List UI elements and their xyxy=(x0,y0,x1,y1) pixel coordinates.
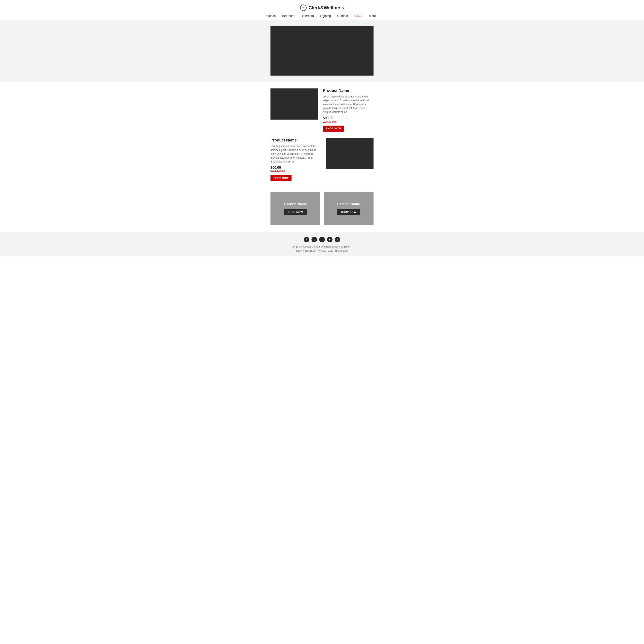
facebook-icon[interactable]: f xyxy=(304,237,309,242)
product-description-2: Lorem ipsum dolor sit amet, consectetur … xyxy=(270,144,321,164)
youtube-icon[interactable]: ▶ xyxy=(327,237,333,242)
header: Clerk&Wellness Kitchen Bedroom Bathroom … xyxy=(0,0,644,20)
nav-item-sale[interactable]: SALE xyxy=(354,14,362,18)
main-nav: Kitchen Bedroom Bathroom Lighting Outdoo… xyxy=(266,14,378,18)
twitter-icon[interactable]: t xyxy=(335,237,340,242)
product-description-1: Lorem ipsum dolor sit amet, consectetur … xyxy=(323,95,374,114)
product-was-price-2: WAS $00.00 xyxy=(270,170,321,173)
product-price-2: $00.00 xyxy=(270,166,321,170)
product-row-1: Product Name Lorem ipsum dolor sit amet,… xyxy=(270,88,374,132)
product-name-2: Product Name xyxy=(270,138,321,143)
privacy-link[interactable]: Privacy Policy xyxy=(318,250,333,252)
terms-link[interactable]: Terms & Conditions xyxy=(296,250,316,252)
nav-item-bathroom[interactable]: Bathroom xyxy=(301,14,314,18)
product-was-price-1: WAS $00.00 xyxy=(323,120,374,123)
logo-area: Clerk&Wellness xyxy=(300,4,344,11)
product-name-1: Product Name xyxy=(323,88,374,93)
nav-item-kitchen[interactable]: Kitchen xyxy=(266,14,276,18)
product-info-1: Product Name Lorem ipsum dolor sit amet,… xyxy=(323,88,374,132)
nav-item-bedroom[interactable]: Bedroom xyxy=(282,14,294,18)
section-card-1: Section Name SHOP NOW xyxy=(270,192,320,225)
product-image-1 xyxy=(270,88,318,120)
section-card-name-1: Section Name xyxy=(284,202,307,206)
hero-image xyxy=(270,26,374,76)
logo-text: Clerk&Wellness xyxy=(308,5,344,11)
logo-icon xyxy=(300,4,307,11)
unsubscribe-link[interactable]: Unsubscribe xyxy=(335,250,348,252)
products-section: Product Name Lorem ipsum dolor sit amet,… xyxy=(0,82,644,188)
footer-links: Terms & Conditions • Privacy Policy • Un… xyxy=(296,250,348,252)
section-card-btn-2[interactable]: SHOP NOW xyxy=(337,209,360,215)
nav-item-lighting[interactable]: Lighting xyxy=(320,14,331,18)
shop-now-button-2[interactable]: SHOP NOW xyxy=(270,175,292,181)
section-card-name-2: Section Name xyxy=(337,202,360,206)
pinterest-icon[interactable]: p xyxy=(311,237,317,242)
product-info-2: Product Name Lorem ipsum dolor sit amet,… xyxy=(270,138,321,181)
footer-separator-1: • xyxy=(317,250,318,252)
section-cards: Section Name SHOP NOW Section Name SHOP … xyxy=(0,188,644,232)
section-card-btn-1[interactable]: SHOP NOW xyxy=(284,209,307,215)
product-row-2: Product Name Lorem ipsum dolor sit amet,… xyxy=(270,138,374,181)
shop-now-button-1[interactable]: SHOP NOW xyxy=(323,126,344,132)
product-image-2 xyxy=(326,138,374,169)
footer-address: 27-31 Clerkenwell Close, Farringdon, Lon… xyxy=(292,245,352,248)
social-icons: f p i ▶ t xyxy=(304,237,340,242)
hero-section xyxy=(0,20,644,82)
footer: f p i ▶ t 27-31 Clerkenwell Close, Farri… xyxy=(0,232,644,256)
section-card-2: Section Name SHOP NOW xyxy=(324,192,374,225)
nav-item-more[interactable]: More... xyxy=(369,14,378,18)
product-price-1: $00.00 xyxy=(323,116,374,120)
nav-item-outdoor[interactable]: Outdoor xyxy=(337,14,348,18)
instagram-icon[interactable]: i xyxy=(319,237,325,242)
